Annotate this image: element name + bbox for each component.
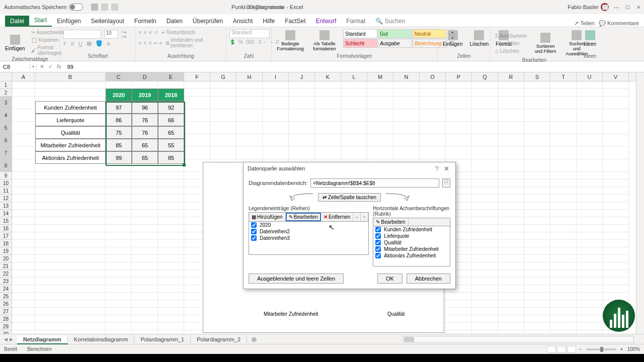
row-header[interactable]: 26 <box>0 300 12 308</box>
tab-ansicht[interactable]: Ansicht <box>228 16 258 27</box>
cells-insert-button[interactable]: Einfügen <box>441 29 464 48</box>
row-header[interactable]: 13 <box>0 202 12 210</box>
row-header[interactable]: 4 <box>0 109 12 122</box>
close-icon[interactable]: ✕ <box>633 0 644 14</box>
align-top-icon[interactable]: ≡ <box>139 30 142 35</box>
row-header[interactable]: 25 <box>0 293 12 300</box>
col-header-N[interactable]: N <box>393 72 420 81</box>
percent-icon[interactable]: % <box>238 39 243 45</box>
row-header[interactable]: 22 <box>0 270 12 278</box>
row-header[interactable]: 21 <box>0 262 12 270</box>
col-header-D[interactable]: D <box>132 72 158 81</box>
chart-range-input[interactable] <box>310 178 439 188</box>
series-item[interactable]: Datenreihen2 <box>249 228 368 235</box>
zoom-slider[interactable] <box>586 348 616 350</box>
col-header-R[interactable]: R <box>498 72 524 81</box>
row-header[interactable]: 30 <box>0 330 12 334</box>
merge-button[interactable]: ⊞ Verbinden und zentrieren <box>164 37 223 49</box>
col-header-O[interactable]: O <box>420 72 446 81</box>
autosum-button[interactable]: Σ AutoSumme <box>494 33 528 39</box>
fx-icon[interactable]: fx <box>57 63 61 70</box>
series-item[interactable]: 2020 <box>249 222 368 228</box>
underline-icon[interactable]: U <box>78 41 83 47</box>
add-series-button[interactable]: ▦ Hinzufügen <box>249 213 286 221</box>
tab-daten[interactable]: Daten <box>162 16 188 27</box>
prev-sheet-icon[interactable]: ◀ <box>4 337 8 342</box>
page-layout-view-button[interactable] <box>557 346 566 353</box>
name-box[interactable]: C8 <box>0 64 30 70</box>
col-header-K[interactable]: K <box>315 72 341 81</box>
tab-entwurf[interactable]: Entwurf <box>311 16 342 27</box>
normal-view-button[interactable] <box>547 346 556 353</box>
tab-factset[interactable]: FactSet <box>280 16 310 27</box>
series-checkbox[interactable] <box>251 229 257 234</box>
move-up-button[interactable]: ▴ <box>353 213 361 221</box>
cancel-edit-icon[interactable]: ✕ <box>40 63 44 70</box>
col-header-T[interactable]: T <box>550 72 577 81</box>
col-header-B[interactable]: B <box>35 72 106 81</box>
category-checkbox[interactable] <box>375 233 381 239</box>
row-header[interactable]: 29 <box>0 323 12 330</box>
col-header-P[interactable]: P <box>446 72 472 81</box>
row-header[interactable]: 28 <box>0 315 12 323</box>
row-header[interactable]: 24 <box>0 285 12 293</box>
zoom-in-icon[interactable]: + <box>620 346 623 352</box>
orientation-icon[interactable]: ↗ <box>154 30 158 35</box>
border-icon[interactable]: ▦ <box>87 40 92 47</box>
col-header-G[interactable]: G <box>210 72 236 81</box>
dialog-help-icon[interactable]: ? <box>432 165 442 172</box>
row-header[interactable]: 3 <box>0 97 12 109</box>
category-item[interactable]: Mitarbeiter Zufriedenheit <box>373 246 450 252</box>
tab-start[interactable]: Start <box>29 15 52 27</box>
vertical-scrollbar[interactable] <box>636 72 644 334</box>
category-item[interactable]: Qualität <box>373 239 450 246</box>
col-header-F[interactable]: F <box>184 72 210 81</box>
tab-datei[interactable]: Datei <box>5 16 29 27</box>
col-header-M[interactable]: M <box>367 72 393 81</box>
search-label[interactable]: Suchen <box>385 18 406 25</box>
move-down-button[interactable]: ▾ <box>361 213 368 221</box>
style-schlecht[interactable]: Schlecht <box>343 39 377 48</box>
align-left-icon[interactable]: ≡ <box>139 40 142 46</box>
autosave-toggle[interactable] <box>69 4 83 11</box>
next-sheet-icon[interactable]: ▶ <box>10 337 13 342</box>
category-checkbox[interactable] <box>375 240 381 245</box>
save-icon[interactable] <box>91 4 98 11</box>
sheet-tab[interactable]: Netzdiagramm <box>17 335 68 344</box>
confirm-edit-icon[interactable]: ✓ <box>48 63 53 70</box>
row-header[interactable]: 10 <box>0 179 12 187</box>
col-header-S[interactable]: S <box>524 72 550 81</box>
style-ausgabe[interactable]: Ausgabe <box>378 39 412 48</box>
worksheet-grid[interactable]: ABCDEFGHIJKLMNOPQRSTUV 12345678910111213… <box>0 72 644 334</box>
row-header[interactable]: 27 <box>0 308 12 315</box>
row-header[interactable]: 2 <box>0 89 12 97</box>
style-standard[interactable]: Standard <box>343 29 377 38</box>
series-checkbox[interactable] <box>251 222 257 228</box>
undo-icon[interactable] <box>101 4 108 11</box>
col-header-H[interactable]: H <box>236 72 263 81</box>
tab-formeln[interactable]: Formeln <box>129 16 162 27</box>
comments-button[interactable]: 💬 Kommentare <box>599 20 639 27</box>
align-center-icon[interactable]: ≡ <box>144 40 147 46</box>
ideas-button[interactable]: Ideen <box>582 29 598 48</box>
swap-row-col-button[interactable]: ⇄ Zeile/Spalte tauschen <box>318 193 381 202</box>
row-header[interactable]: 9 <box>0 172 12 179</box>
row-header[interactable]: 16 <box>0 225 12 232</box>
col-header-I[interactable]: I <box>263 72 289 81</box>
row-header[interactable]: 1 <box>0 81 12 89</box>
sheet-tab[interactable]: Korrelationsdiagramm <box>68 335 135 343</box>
align-bot-icon[interactable]: ≡ <box>149 30 152 35</box>
sheet-tab[interactable]: Polardiagramm_1 <box>134 335 191 343</box>
sheet-tab[interactable]: Polardiagramm_2 <box>191 335 247 343</box>
page-break-view-button[interactable] <box>567 346 576 353</box>
cond-format-button[interactable]: Bedingte Formatierung <box>275 29 306 52</box>
category-checkbox[interactable] <box>375 253 381 258</box>
share-button[interactable]: ↗ Teilen <box>574 20 595 27</box>
wrap-text-button[interactable]: ↵ Textumbruch <box>160 29 197 36</box>
category-checkbox[interactable] <box>375 246 381 252</box>
tab-einfuegen[interactable]: Einfügen <box>52 16 86 27</box>
row-header[interactable]: 7 <box>0 147 12 159</box>
bold-icon[interactable]: F <box>63 41 67 47</box>
row-header[interactable]: 18 <box>0 240 12 247</box>
category-item[interactable]: Lieferquote <box>373 233 450 239</box>
